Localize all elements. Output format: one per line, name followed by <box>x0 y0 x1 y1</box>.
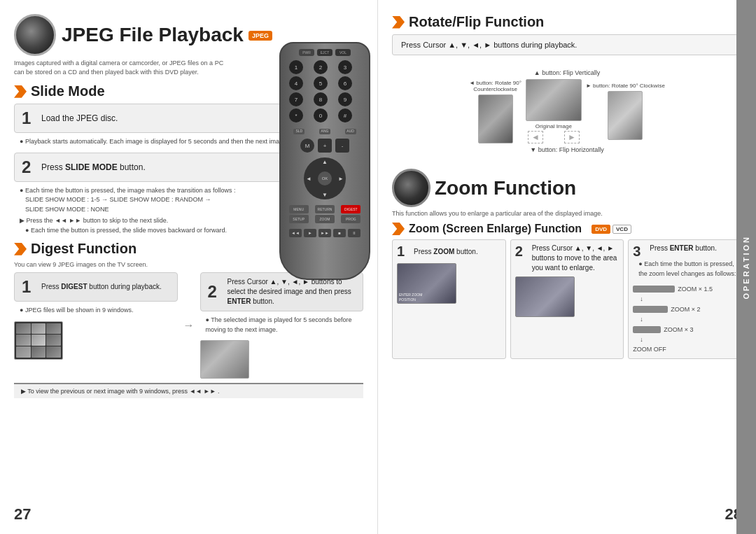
step2-num: 2 <box>22 157 36 177</box>
digest-step1-num: 1 <box>22 277 36 297</box>
btn-6: 6 <box>338 76 352 90</box>
jpeg-badge: JPEG <box>248 31 272 41</box>
zoom-logo <box>392 169 430 207</box>
vol-dn-btn: - <box>335 139 349 153</box>
digest-step2-note: ● The selected image is played for 5 sec… <box>200 316 364 335</box>
zoom-level-off: ZOOM OFF <box>633 344 737 354</box>
zoom-step3-note: ● Each time the button is pressed, the z… <box>633 260 737 279</box>
zoom-step1-num: 1 <box>397 244 411 260</box>
zoom-step3: 3 Press ENTER button. ● Each time the bu… <box>628 239 742 359</box>
jpeg-title-block: JPEG File Playback JPEG <box>62 24 272 46</box>
digest-step2-text: Press Cursor ▲, ▼, ◄, ► buttons to selec… <box>227 277 356 307</box>
playback-note-bullet: ● <box>20 138 25 145</box>
rotate-info-box: Press Cursor ▲, ▼, ◄, ► buttons during p… <box>392 34 742 55</box>
left-page: JPEG File Playback JPEG Images captured … <box>0 0 378 534</box>
zoom-steps-row: 1 Press ZOOM button. ENTER ZOOMPOSITION … <box>392 239 742 359</box>
jpeg-logo <box>14 14 56 56</box>
btn-star: * <box>289 108 303 122</box>
rotate-original-thumb <box>526 79 582 121</box>
navigate-note-text: To view the previous or next image with … <box>27 388 219 395</box>
remote-dpad: ▲ ▼ ◄ ► OK <box>304 157 346 199</box>
rotate-cw-thumb <box>608 91 643 140</box>
rotate-section: Rotate/Flip Function Press Cursor ▲, ▼, … <box>392 14 742 160</box>
zoom-level-1-label: ZOOM × 1.5 <box>678 284 713 294</box>
rotate-cw-side: ► button: Rotate 90° Clockwise <box>586 83 665 140</box>
dvd-badge: DVD <box>592 225 610 234</box>
dpad-left: ◄ <box>306 176 312 182</box>
zoom-btn: ZOOM <box>315 215 335 223</box>
prev-btn: ◄◄ <box>289 229 302 237</box>
btn-1: 1 <box>289 60 303 74</box>
stop-btn: ■ <box>333 229 346 237</box>
dpad-enter: OK <box>318 171 332 185</box>
zoom-levels: ZOOM × 1.5 ↓ ZOOM × 2 ↓ ZOOM × 3 ↓ ZOOM … <box>633 284 737 355</box>
zoom-down-1: ↓ <box>633 294 737 304</box>
zoom-level-3-label: ZOOM × 3 <box>664 325 693 335</box>
step2-text: Press SLIDE MODE button. <box>41 162 146 172</box>
zoom-screen-label: ENTER ZOOMPOSITION <box>399 293 422 302</box>
btn-4: 4 <box>289 76 303 90</box>
zoom-screen2 <box>515 276 575 317</box>
zoom-level-1: ZOOM × 1.5 <box>633 284 737 294</box>
rotate-ccw-thumb <box>478 94 513 143</box>
zoom-section: Zoom Function This function allows you t… <box>392 169 742 359</box>
digest-step2: 2 Press Cursor ▲, ▼, ◄, ► buttons to sel… <box>200 272 364 379</box>
btn-2: 2 <box>314 60 328 74</box>
slide-mode-title: Slide Mode <box>31 83 105 99</box>
remote-top-buttons: PWR EJCT VOL <box>281 43 369 56</box>
rotate-center: Original Image ◄ ► <box>526 79 582 143</box>
btn-0: 0 <box>314 108 328 122</box>
zoom-step2-header: 2 Press Cursor ▲, ▼, ◄, ► buttons to mov… <box>515 244 620 273</box>
navigate-note-icon: ▶ <box>21 388 27 395</box>
next-btn: ►► <box>318 229 331 237</box>
flip-vertical-label: ▲ button: Flip Vertically <box>406 69 728 76</box>
dpad-right: ► <box>338 176 344 182</box>
rotate-cw-label: ► button: Rotate 90° Clockwise <box>586 83 665 89</box>
step1-num: 1 <box>22 108 36 128</box>
zoom-down-3: ↓ <box>633 335 737 344</box>
digest-cat-image <box>200 340 249 379</box>
digest-step1-text: Press DIGEST button during playback. <box>41 282 162 292</box>
rotate-arrows-horiz: ◄ ► <box>528 131 580 143</box>
zoom-arrow-icon <box>392 223 405 235</box>
digest-thumb2 <box>200 340 364 379</box>
rotate-middle-row: ◄ button: Rotate 90°Counterclockwise Ori… <box>406 79 728 143</box>
audio-btn: AUD <box>345 129 356 134</box>
power-btn: PWR <box>299 49 314 56</box>
zoom-level-off-label: ZOOM OFF <box>633 344 666 354</box>
digest-step1-note: ● JPEG files will be shown in 9 windows. <box>14 306 178 316</box>
rotate-ccw-label: ◄ button: Rotate 90°Counterclockwise <box>469 80 522 92</box>
zoom-title-row: Zoom Function <box>392 169 742 207</box>
zoom-step3-header: 3 Press ENTER button. <box>633 244 737 260</box>
dpad-up: ▲ <box>322 159 328 165</box>
digest-thumb1 <box>14 321 178 360</box>
btn-9: 9 <box>338 92 352 106</box>
zoom-screen1: ENTER ZOOMPOSITION <box>397 263 456 304</box>
btn-7: 7 <box>289 92 303 106</box>
slide-btn: SLD <box>293 129 304 134</box>
zoom-title: Zoom Function <box>435 177 576 199</box>
mute-btn: M <box>300 139 314 153</box>
rotate-arrow-icon <box>392 16 405 29</box>
rotate-title: Rotate/Flip Function <box>409 14 544 30</box>
digest-step2-num: 2 <box>208 282 222 302</box>
digest-step1: 1 Press DIGEST button during playback. ●… <box>14 272 178 379</box>
digest-arrow-icon <box>14 243 27 255</box>
zoom-step3-text: Press ENTER button. <box>650 244 717 253</box>
remote-control: PWR EJCT VOL 1 2 3 4 5 6 7 8 9 * 0 <box>279 42 370 280</box>
prog-btn: PROG <box>341 215 360 223</box>
rotate-info-text: Press Cursor ▲, ▼, ◄, ► buttons during p… <box>401 41 577 49</box>
setup-btn: SETUP <box>289 215 309 223</box>
remote-func-buttons: MENU RETURN DIGEST SETUP ZOOM PROG <box>281 202 369 226</box>
page-number-left: 27 <box>14 505 31 524</box>
section-arrow-icon <box>14 85 27 98</box>
arrow-right: ► <box>564 131 580 143</box>
angle-btn: ANG <box>319 129 330 134</box>
vol-up-btn: + <box>318 139 332 153</box>
zoom-step1: 1 Press ZOOM button. ENTER ZOOMPOSITION <box>392 239 506 359</box>
vcd-badge: VCD <box>612 225 631 234</box>
operation-sidebar: OPERATION <box>736 0 756 534</box>
digest-grid-image <box>14 321 63 360</box>
remote-image: PWR EJCT VOL 1 2 3 4 5 6 7 8 9 * 0 <box>279 42 370 280</box>
zoom-step1-header: 1 Press ZOOM button. <box>397 244 501 260</box>
